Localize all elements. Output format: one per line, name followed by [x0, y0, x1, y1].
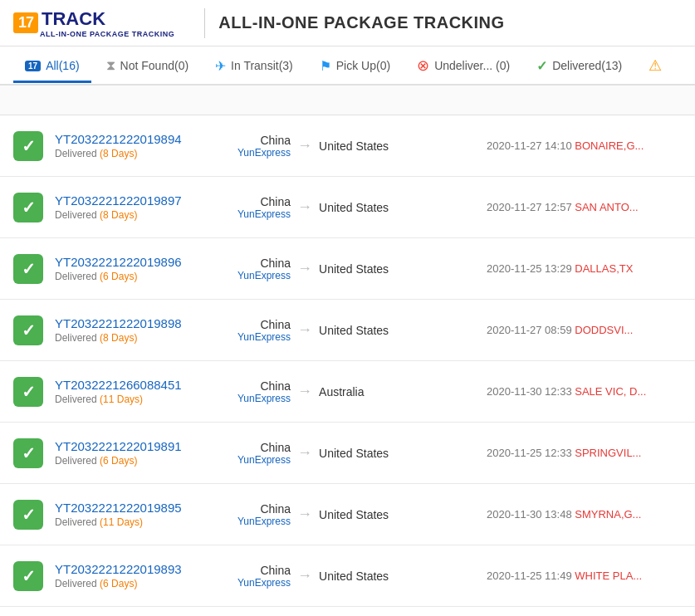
origin-country: China	[237, 134, 291, 147]
tracking-status: Delivered (8 Days)	[55, 332, 237, 344]
delivery-info: 2020-11-27 12:57 SAN ANTO...	[487, 201, 682, 213]
origin-info: China YunExpress	[237, 441, 291, 466]
tracking-status: Delivered (6 Days)	[55, 578, 237, 589]
delivery-location: SAN ANTO...	[575, 201, 638, 213]
tracking-number[interactable]: YT2032221266088451	[55, 378, 237, 392]
origin-country: China	[237, 441, 291, 454]
route-info: China YunExpress → United States	[237, 441, 487, 466]
header: 17 TRACK ALL-IN-ONE PACKAGE TRACKING ALL…	[0, 0, 695, 46]
origin-info: China YunExpress	[237, 318, 291, 343]
table-row: ✓ YT2032221222019893 Delivered (6 Days) …	[0, 545, 695, 607]
tracking-number[interactable]: YT2032221222019895	[55, 501, 237, 515]
delivery-info: 2020-11-27 08:59 DODDSVI...	[487, 324, 682, 336]
tab-delivered[interactable]: ✓ Delivered(13)	[525, 50, 634, 85]
tracking-days: (8 Days)	[100, 148, 137, 159]
delivery-info: 2020-11-25 13:29 DALLAS,TX	[487, 262, 682, 275]
arrow-icon: →	[297, 321, 312, 339]
route-info: China YunExpress → United States	[237, 195, 487, 220]
logo[interactable]: 17 TRACK ALL-IN-ONE PACKAGE TRACKING	[13, 8, 174, 38]
tracking-info: YT2032221222019897 Delivered (8 Days)	[55, 193, 237, 221]
tracking-number[interactable]: YT2032221222019893	[55, 562, 237, 576]
table-row: ✓ YT2032221222019895 Delivered (11 Days)…	[0, 484, 695, 545]
tab-undeliver[interactable]: ⊗ Undeliver... (0)	[405, 48, 521, 86]
tabs-bar: 17 All(16) ⧗ Not Found(0) ✈ In Transit(3…	[0, 46, 695, 86]
delivery-time: 2020-11-25 13:29	[487, 262, 575, 275]
dest-country: United States	[319, 262, 402, 276]
tab-pick-up[interactable]: ⚑ Pick Up(0)	[308, 50, 402, 85]
delivery-time: 2020-11-30 12:33	[487, 385, 575, 398]
arrow-icon: →	[297, 567, 312, 584]
tab-warning[interactable]: ⚠	[637, 48, 673, 86]
dest-country: United States	[319, 570, 402, 583]
origin-info: China YunExpress	[237, 564, 291, 589]
tracking-info: YT2032221222019894 Delivered (8 Days)	[55, 132, 237, 159]
tracking-days: (11 Days)	[100, 516, 143, 528]
arrow-icon: →	[297, 260, 312, 277]
origin-carrier: YunExpress	[237, 577, 291, 589]
tracking-number[interactable]: YT2032221222019894	[55, 132, 237, 146]
table-row: ✓ YT2032221222019897 Delivered (8 Days) …	[0, 177, 695, 238]
origin-country: China	[237, 564, 291, 577]
route-info: China YunExpress → United States	[237, 134, 487, 159]
route-info: China YunExpress → Australia	[237, 379, 487, 404]
table-row: ✓ YT2032221222019894 Delivered (8 Days) …	[0, 115, 695, 177]
page-title: ALL-IN-ONE PACKAGE TRACKING	[218, 13, 504, 32]
origin-carrier: YunExpress	[237, 270, 291, 281]
delivered-check-icon: ✓	[13, 254, 43, 284]
origin-country: China	[237, 195, 291, 208]
tracking-status: Delivered (8 Days)	[55, 148, 237, 159]
tracking-status: Delivered (11 Days)	[55, 516, 237, 528]
arrow-icon: →	[297, 506, 312, 523]
origin-country: China	[237, 502, 291, 516]
arrow-icon: →	[297, 444, 312, 462]
tracking-status: Delivered (6 Days)	[55, 271, 237, 282]
tab-not-found[interactable]: ⧗ Not Found(0)	[95, 50, 200, 84]
table-row: ✓ YT2032221222019898 Delivered (8 Days) …	[0, 300, 695, 361]
origin-carrier: YunExpress	[237, 454, 291, 466]
tracking-days: (8 Days)	[100, 332, 137, 344]
tracking-status: Delivered (8 Days)	[55, 209, 237, 221]
tracking-number[interactable]: YT2032221222019896	[55, 255, 237, 269]
tracking-number[interactable]: YT2032221222019891	[55, 439, 237, 453]
tracking-info: YT2032221266088451 Delivered (11 Days)	[55, 378, 237, 405]
tracking-days: (11 Days)	[100, 394, 143, 405]
table-row: ✓ YT2032221222019891 Delivered (6 Days) …	[0, 423, 695, 484]
tab-not-found-label: Not Found(0)	[120, 59, 188, 72]
tracking-number[interactable]: YT2032221222019897	[55, 193, 237, 208]
tab-undeliver-label: Undeliver... (0)	[434, 59, 510, 72]
tracking-number[interactable]: YT2032221222019898	[55, 316, 237, 330]
origin-info: China YunExpress	[237, 257, 291, 281]
tracking-status: Delivered (6 Days)	[55, 455, 237, 467]
table-row: ✓ YT2032221266088451 Delivered (11 Days)…	[0, 361, 695, 423]
plane-icon: ✈	[215, 58, 226, 74]
delivery-time: 2020-11-25 12:33	[487, 447, 575, 459]
delivered-check-icon: ✓	[13, 500, 43, 530]
delivery-time: 2020-11-27 12:57	[487, 201, 575, 213]
origin-country: China	[237, 318, 291, 331]
delivered-check-icon: ✓	[13, 131, 43, 161]
dest-country: United States	[319, 139, 402, 153]
delivery-info: 2020-11-30 12:33 SALE VIC, D...	[487, 385, 682, 398]
origin-carrier: YunExpress	[237, 147, 291, 159]
delivery-time: 2020-11-27 08:59	[487, 324, 575, 336]
delivery-location: DODDSVI...	[575, 324, 633, 336]
tab-transit-label: In Transit(3)	[231, 59, 293, 72]
tracking-info: YT2032221222019893 Delivered (6 Days)	[55, 562, 237, 589]
delivery-location: DALLAS,TX	[575, 262, 633, 275]
arrow-icon: →	[297, 198, 312, 216]
dest-country: Australia	[319, 385, 402, 398]
delivery-location: SALE VIC, D...	[575, 385, 646, 398]
origin-info: China YunExpress	[237, 195, 291, 220]
delivery-time: 2020-11-27 14:10	[487, 139, 575, 152]
tab-delivered-label: Delivered(13)	[552, 59, 622, 72]
tracking-info: YT2032221222019891 Delivered (6 Days)	[55, 439, 237, 467]
tab-all[interactable]: 17 All(16)	[13, 51, 91, 83]
tab-in-transit[interactable]: ✈ In Transit(3)	[203, 50, 305, 85]
tracking-info: YT2032221222019896 Delivered (6 Days)	[55, 255, 237, 282]
tab-all-label: All(16)	[46, 59, 79, 72]
delivered-check-icon: ✓	[13, 377, 43, 407]
dest-country: United States	[319, 447, 402, 460]
delivery-location: SMYRNA,G...	[575, 508, 641, 521]
header-divider	[204, 8, 205, 38]
delivered-check-icon: ✓	[13, 193, 43, 222]
